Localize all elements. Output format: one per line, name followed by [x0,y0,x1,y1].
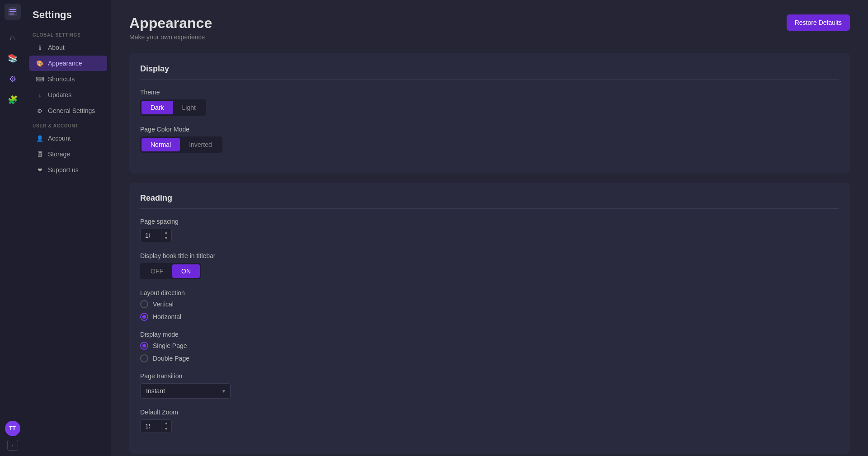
default-zoom-arrows: ▲ ▼ [161,420,171,432]
sidebar-item-shortcuts-label: Shortcuts [48,75,75,83]
display-card: Display Theme Dark Light Page Color Mode… [129,53,850,174]
default-zoom-input-wrap: ▲ ▼ [140,419,172,433]
app-logo[interactable] [5,4,21,20]
avatar[interactable]: TT [5,421,20,436]
restore-defaults-button[interactable]: Restore Defaults [787,14,850,31]
page-transition-label: Page transition [140,372,839,380]
sidebar-item-general[interactable]: ⚙ General Settings [29,103,107,118]
default-zoom-down-button[interactable]: ▼ [161,426,171,432]
sidebar: Settings GLOBAL SETTINGS ℹ About 🎨 Appea… [25,0,111,456]
theme-toggle-group: Dark Light [140,99,206,116]
page-spacing-setting: Page spacing ▲ ▼ [140,218,839,242]
sidebar-item-support[interactable]: ❤ Support us [29,162,107,178]
display-double-page-option[interactable]: Double Page [140,354,839,362]
page-transition-select-wrap: Instant Slide Fade ▼ [140,383,231,399]
page-color-mode-setting: Page Color Mode Normal Inverted [140,126,839,153]
reading-card: Reading Page spacing ▲ ▼ Display book ti… [129,183,850,454]
layout-direction-radio-group: Vertical Horizontal [140,300,839,321]
default-zoom-label: Default Zoom [140,409,839,416]
layout-direction-label: Layout direction [140,289,839,296]
home-icon[interactable]: ⌂ [4,28,22,47]
page-spacing-input-wrap: ▲ ▼ [140,229,172,242]
display-mode-radio-group: Single Page Double Page [140,342,839,362]
layout-vertical-radio[interactable] [140,300,148,308]
default-zoom-input[interactable] [141,420,161,432]
support-icon: ❤ [36,166,43,174]
storage-icon: 🗄 [36,150,43,158]
page-header: Appearance Make your own experience Rest… [129,14,850,41]
sidebar-toggle-icon[interactable]: › [7,440,18,451]
theme-setting: Theme Dark Light [140,89,839,116]
layout-horizontal-option[interactable]: Horizontal [140,313,839,321]
user-account-label: USER & ACCOUNT [25,119,111,130]
layout-horizontal-label: Horizontal [153,313,181,320]
page-transition-setting: Page transition Instant Slide Fade ▼ [140,372,839,399]
layout-horizontal-radio[interactable] [140,313,148,321]
display-book-title-setting: Display book title in titlebar OFF ON [140,252,839,279]
library-icon[interactable]: 📚 [4,49,22,67]
account-icon: 👤 [36,135,43,142]
sidebar-item-shortcuts[interactable]: ⌨ Shortcuts [29,71,107,87]
page-color-inverted-button[interactable]: Inverted [180,138,221,151]
sidebar-item-support-label: Support us [48,166,79,174]
display-single-page-option[interactable]: Single Page [140,342,839,350]
sidebar-item-appearance-label: Appearance [48,60,82,67]
page-title-block: Appearance Make your own experience [129,14,212,41]
display-book-title-label: Display book title in titlebar [140,252,839,259]
updates-icon: ↓ [36,91,43,99]
page-spacing-up-button[interactable]: ▲ [161,230,171,235]
sidebar-item-about[interactable]: ℹ About [29,40,107,55]
display-double-page-radio[interactable] [140,354,148,362]
about-icon: ℹ [36,44,43,51]
page-spacing-down-button[interactable]: ▼ [161,235,171,241]
sidebar-item-account-label: Account [48,135,71,142]
display-book-title-on-button[interactable]: ON [172,264,200,278]
display-book-title-toggle-group: OFF ON [140,263,201,279]
page-color-mode-toggle-group: Normal Inverted [140,136,222,153]
sidebar-item-appearance[interactable]: 🎨 Appearance [29,56,107,71]
page-spacing-label: Page spacing [140,218,839,225]
shortcuts-icon: ⌨ [36,75,43,83]
theme-light-button[interactable]: Light [173,101,205,114]
sidebar-item-account[interactable]: 👤 Account [29,131,107,146]
page-spacing-arrows: ▲ ▼ [161,230,171,241]
appearance-icon: 🎨 [36,60,43,67]
page-spacing-input[interactable] [141,229,161,242]
sidebar-item-updates[interactable]: ↓ Updates [29,87,107,103]
general-icon: ⚙ [36,107,43,114]
global-settings-label: GLOBAL SETTINGS [25,28,111,39]
sidebar-item-storage-label: Storage [48,150,70,158]
display-mode-setting: Display mode Single Page Double Page [140,331,839,362]
page-subtitle: Make your own experience [129,33,212,41]
sidebar-title: Settings [25,5,111,28]
sidebar-item-about-label: About [48,44,65,51]
layout-vertical-label: Vertical [153,301,174,308]
page-transition-select[interactable]: Instant Slide Fade [140,383,231,399]
reading-card-title: Reading [140,193,839,209]
display-book-title-off-button[interactable]: OFF [142,264,172,278]
sidebar-item-updates-label: Updates [48,91,71,99]
icon-bar: ⌂ 📚 ⚙ 🧩 TT › [0,0,25,456]
main-content: Appearance Make your own experience Rest… [111,0,868,456]
plugins-icon[interactable]: 🧩 [4,91,22,109]
display-card-title: Display [140,64,839,80]
display-single-page-radio[interactable] [140,342,148,350]
layout-direction-setting: Layout direction Vertical Horizontal [140,289,839,321]
display-single-page-label: Single Page [153,342,187,349]
default-zoom-setting: Default Zoom ▲ ▼ [140,409,839,433]
theme-dark-button[interactable]: Dark [142,101,173,114]
sidebar-item-general-label: General Settings [48,107,95,114]
page-color-mode-label: Page Color Mode [140,126,839,133]
page-color-normal-button[interactable]: Normal [142,138,180,151]
page-title: Appearance [129,14,212,32]
display-double-page-label: Double Page [153,355,189,362]
sidebar-item-storage[interactable]: 🗄 Storage [29,146,107,162]
settings-icon[interactable]: ⚙ [4,70,22,88]
default-zoom-up-button[interactable]: ▲ [161,420,171,426]
layout-vertical-option[interactable]: Vertical [140,300,839,308]
theme-label: Theme [140,89,839,96]
display-mode-label: Display mode [140,331,839,338]
